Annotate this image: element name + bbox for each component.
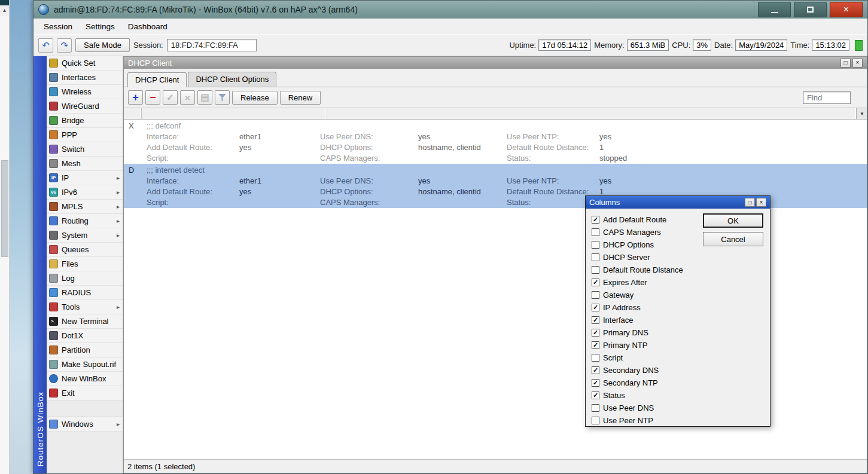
column-option-status[interactable]: ✓Status bbox=[592, 389, 770, 402]
checkbox-unchecked-icon[interactable] bbox=[592, 253, 599, 261]
checkbox-unchecked-icon[interactable] bbox=[592, 266, 599, 274]
column-header-flags[interactable] bbox=[124, 108, 142, 119]
sidebar-item-interfaces[interactable]: Interfaces bbox=[47, 71, 123, 85]
sidebar-item-partition[interactable]: Partition bbox=[47, 343, 123, 357]
sidebar-item-wireguard[interactable]: WireGuard bbox=[47, 99, 123, 114]
checkbox-checked-icon[interactable]: ✓ bbox=[592, 379, 599, 387]
menu-item-dashboard[interactable]: Dashboard bbox=[121, 20, 174, 33]
sidebar-item-quick-set[interactable]: Quick Set bbox=[47, 56, 123, 71]
sidebar-item-routing[interactable]: Routing▸ bbox=[47, 214, 123, 228]
close-button[interactable]: × bbox=[830, 2, 863, 17]
winbox-globe-icon bbox=[38, 4, 49, 15]
column-option-dhcp-server[interactable]: DHCP Server bbox=[592, 251, 770, 264]
enable-button[interactable]: ✓ bbox=[163, 90, 178, 105]
sidebar-item-radius[interactable]: RADIUS bbox=[47, 286, 123, 300]
checkbox-unchecked-icon[interactable] bbox=[592, 354, 599, 362]
column-header-2[interactable] bbox=[327, 108, 857, 119]
sidebar-item-new-terminal[interactable]: >_New Terminal bbox=[47, 314, 123, 329]
column-option-primary-ntp[interactable]: ✓Primary NTP bbox=[592, 339, 770, 351]
checkbox-unchecked-icon[interactable] bbox=[592, 291, 599, 299]
sidebar-item-dot1x[interactable]: Dot1X bbox=[47, 329, 123, 343]
comment-button[interactable]: ▤ bbox=[197, 90, 212, 105]
column-option-secondary-ntp[interactable]: ✓Secondary NTP bbox=[592, 377, 770, 389]
dhcp-close-button[interactable]: × bbox=[852, 59, 863, 68]
cancel-button[interactable]: Cancel bbox=[703, 232, 763, 246]
checkbox-checked-icon[interactable]: ✓ bbox=[592, 279, 599, 286]
column-option-expires-after[interactable]: ✓Expires After bbox=[592, 276, 770, 289]
sidebar-item-exit[interactable]: Exit bbox=[47, 386, 123, 400]
release-button[interactable]: Release bbox=[232, 91, 278, 105]
sidebar-item-make-supout-rif[interactable]: Make Supout.rif bbox=[47, 357, 123, 372]
sidebar-item-mpls[interactable]: MPLS▸ bbox=[47, 200, 123, 214]
column-option-gateway[interactable]: Gateway bbox=[592, 289, 770, 301]
session-input[interactable] bbox=[167, 39, 257, 51]
tab-dhcp-client-options[interactable]: DHCP Client Options bbox=[188, 72, 276, 87]
sidebar-item-bridge[interactable]: Bridge bbox=[47, 114, 123, 128]
health-led-icon bbox=[855, 40, 863, 51]
checkbox-checked-icon[interactable]: ✓ bbox=[592, 392, 599, 399]
sidebar-item-wireless[interactable]: Wireless bbox=[47, 85, 123, 99]
checkbox-checked-icon[interactable]: ✓ bbox=[592, 216, 599, 224]
sidebar-item-log[interactable]: Log bbox=[47, 271, 123, 286]
sidebar-item-tools[interactable]: Tools▸ bbox=[47, 300, 123, 314]
column-option-use-peer-ntp[interactable]: Use Peer NTP bbox=[592, 414, 770, 427]
checkbox-checked-icon[interactable]: ✓ bbox=[592, 341, 599, 349]
window-titlebar[interactable]: admin@18:FD:74:FC:89:FA (MikroTik) - Win… bbox=[33, 1, 867, 19]
dialog-restore-button[interactable]: □ bbox=[745, 198, 755, 207]
menu-item-session[interactable]: Session bbox=[37, 20, 79, 33]
scrollbar-thumb[interactable] bbox=[1, 160, 8, 257]
column-option-script[interactable]: Script bbox=[592, 351, 770, 364]
column-option-ip-address[interactable]: ✓IP Address bbox=[592, 301, 770, 314]
column-option-label: Use Peer DNS bbox=[603, 403, 654, 412]
column-option-use-peer-dns[interactable]: Use Peer DNS bbox=[592, 402, 770, 414]
tab-dhcp-client[interactable]: DHCP Client bbox=[127, 72, 187, 87]
minimize-button[interactable] bbox=[758, 2, 791, 17]
checkbox-unchecked-icon[interactable] bbox=[592, 404, 599, 412]
dhcp-toolbar: +−✓×▤ Release Renew bbox=[124, 87, 867, 108]
safe-mode-button[interactable]: Safe Mode bbox=[75, 38, 130, 52]
checkbox-checked-icon[interactable]: ✓ bbox=[592, 304, 599, 311]
dhcp-window-titlebar[interactable]: DHCP Client □ × bbox=[124, 57, 867, 69]
sidebar-item-ppp[interactable]: PPP bbox=[47, 128, 123, 142]
checkbox-unchecked-icon[interactable] bbox=[592, 417, 599, 424]
checkbox-unchecked-icon[interactable] bbox=[592, 241, 599, 249]
sidebar-item-queues[interactable]: Queues bbox=[47, 243, 123, 257]
column-option-default-route-distance[interactable]: Default Route Distance bbox=[592, 264, 770, 276]
checkbox-checked-icon[interactable]: ✓ bbox=[592, 329, 599, 337]
row-comment: ;;; defconf bbox=[147, 121, 181, 130]
column-option-primary-dns[interactable]: ✓Primary DNS bbox=[592, 326, 770, 339]
dhcp-client-row[interactable]: X;;; defconfInterface:ether1Use Peer DNS… bbox=[124, 120, 867, 164]
sidebar-item-windows[interactable]: Windows▸ bbox=[47, 417, 123, 432]
column-option-secondary-dns[interactable]: ✓Secondary DNS bbox=[592, 364, 770, 377]
undo-button[interactable]: ↶ bbox=[38, 38, 53, 53]
column-header-1[interactable] bbox=[142, 108, 327, 119]
redo-button[interactable]: ↷ bbox=[57, 38, 72, 53]
column-dropdown-button[interactable]: ▼ bbox=[857, 108, 867, 119]
sidebar-item-system[interactable]: System▸ bbox=[47, 228, 123, 243]
sidebar-item-ipv6[interactable]: v6IPv6▸ bbox=[47, 185, 123, 200]
ok-button[interactable]: OK bbox=[703, 213, 763, 228]
scroll-up-icon[interactable]: ▲ bbox=[0, 5, 9, 16]
sidebar-item-ip[interactable]: IPIP▸ bbox=[47, 171, 123, 185]
page-scrollbar[interactable]: ▲ bbox=[0, 0, 10, 474]
dhcp-restore-button[interactable]: □ bbox=[840, 59, 851, 68]
dialog-close-button[interactable]: × bbox=[756, 198, 766, 207]
menu-item-settings[interactable]: Settings bbox=[79, 20, 121, 33]
remove-button[interactable]: − bbox=[145, 90, 160, 105]
filter-button[interactable] bbox=[215, 90, 230, 105]
disable-button[interactable]: × bbox=[180, 90, 195, 105]
add-button[interactable]: + bbox=[128, 90, 143, 105]
checkbox-checked-icon[interactable]: ✓ bbox=[592, 366, 599, 374]
columns-dialog-titlebar[interactable]: Columns □ × bbox=[586, 196, 770, 209]
checkbox-checked-icon[interactable]: ✓ bbox=[592, 316, 599, 324]
checkbox-unchecked-icon[interactable] bbox=[592, 228, 599, 236]
find-input[interactable] bbox=[803, 91, 851, 104]
maximize-button[interactable] bbox=[794, 2, 827, 17]
field-label: DHCP Options: bbox=[320, 187, 373, 196]
renew-button[interactable]: Renew bbox=[280, 91, 321, 105]
sidebar-item-mesh[interactable]: Mesh bbox=[47, 157, 123, 171]
sidebar-item-files[interactable]: Files bbox=[47, 257, 123, 271]
sidebar-item-switch[interactable]: Switch bbox=[47, 142, 123, 157]
sidebar-item-new-winbox[interactable]: New WinBox bbox=[47, 372, 123, 386]
column-option-interface[interactable]: ✓Interface bbox=[592, 314, 770, 326]
